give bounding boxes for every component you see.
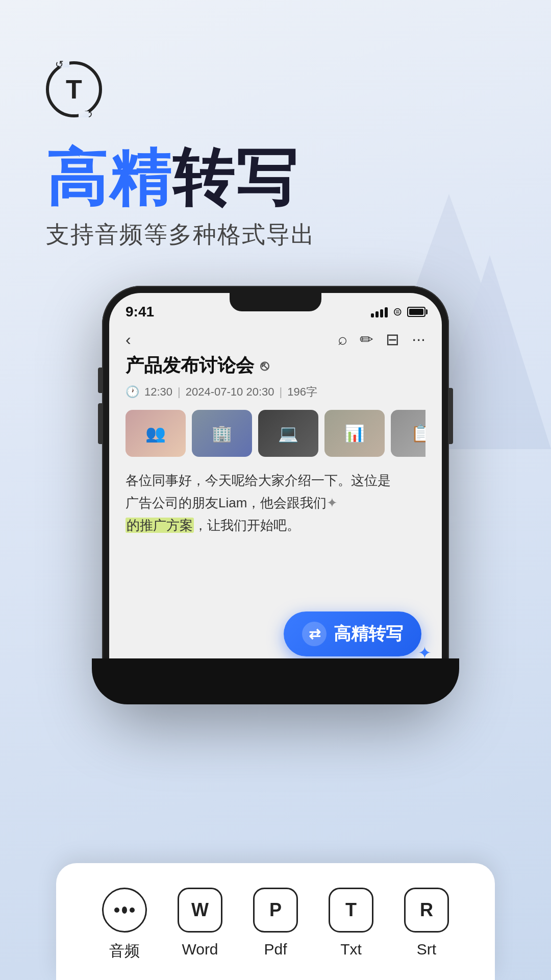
- export-audio[interactable]: 音频: [102, 888, 147, 962]
- battery-icon: [407, 307, 425, 317]
- phone-bottom-bar: [92, 658, 459, 704]
- dot2: [122, 906, 127, 914]
- back-icon[interactable]: ‹: [126, 330, 131, 349]
- hd-button-label: 高精转写: [334, 622, 403, 646]
- export-txt[interactable]: T Txt: [329, 888, 373, 958]
- export-srt[interactable]: R Srt: [404, 888, 449, 958]
- doc-meta: 🕐 12:30 | 2024-07-10 20:30 | 196字: [126, 384, 425, 400]
- arrow-bottom-icon: ↻: [84, 108, 93, 120]
- side-button-right: [449, 388, 453, 444]
- srt-label: Srt: [417, 941, 436, 958]
- phone-screen: 9:41 ⊜ ‹ ⌕: [109, 293, 442, 697]
- phone-notch: [230, 293, 321, 311]
- export-items-row: 音频 W Word P Pdf T Txt R: [87, 888, 464, 962]
- audio-icon-circle: [102, 888, 147, 933]
- document-icon[interactable]: ⊟: [386, 330, 399, 349]
- thumbnail-row: 👥 🏢 💻 📊 📋: [126, 410, 425, 457]
- toolbar-right: ⌕ ✏ ⊟ ···: [338, 330, 425, 349]
- txt-letter: T: [345, 899, 357, 921]
- dot1: [114, 908, 119, 913]
- hd-icon: ⇄: [302, 622, 327, 646]
- doc-title: 产品发布讨论会 ⎋: [126, 353, 425, 378]
- logo-icon: ↺ T ↻: [46, 61, 102, 117]
- doc-content: 产品发布讨论会 ⎋ 🕐 12:30 | 2024-07-10 20:30 | 1…: [109, 353, 442, 537]
- doc-title-text: 产品发布讨论会: [126, 353, 254, 378]
- thumbnail-4: 📊: [324, 410, 385, 457]
- thumb-img-5: 📋: [391, 410, 425, 457]
- thumb-img-4: 📊: [324, 410, 385, 457]
- srt-icon-box: R: [404, 888, 449, 933]
- srt-letter: R: [420, 899, 433, 921]
- doc-time: 12:30: [144, 385, 172, 399]
- subtitle: 支持音频等多种格式导出: [46, 219, 315, 251]
- dot3: [130, 908, 135, 913]
- word-label: Word: [182, 941, 218, 958]
- side-button-left2: [98, 403, 102, 444]
- status-time: 9:41: [126, 304, 154, 320]
- bar1: [371, 313, 374, 317]
- highlighted-text: 的推广方案: [126, 518, 194, 533]
- meta-sep1: |: [178, 385, 181, 399]
- word-icon-box: W: [178, 888, 222, 933]
- more-icon[interactable]: ···: [412, 330, 425, 349]
- pdf-icon-box: P: [253, 888, 298, 933]
- thumb-img-1: 👥: [126, 410, 186, 457]
- phone-outer: 9:41 ⊜ ‹ ⌕: [102, 286, 449, 704]
- phone-toolbar: ‹ ⌕ ✏ ⊟ ···: [109, 326, 442, 353]
- thumbnail-5: 📋: [391, 410, 425, 457]
- export-pdf[interactable]: P Pdf: [253, 888, 298, 958]
- txt-icon-box: T: [329, 888, 373, 933]
- main-headline: 高精转写: [46, 145, 315, 210]
- bar4: [385, 307, 388, 317]
- bar3: [380, 309, 383, 317]
- transcript-text: 各位同事好，今天呢给大家介绍一下。这位是 广告公司的朋友Liam，他会跟我们✦ …: [126, 469, 425, 537]
- logo-area: ↺ T ↻: [46, 61, 102, 117]
- pdf-label: Pdf: [264, 941, 287, 958]
- audio-label: 音频: [109, 941, 140, 962]
- battery-fill: [409, 309, 423, 315]
- hd-transcribe-button[interactable]: ⇄ 高精转写: [284, 611, 421, 656]
- headline-section: 高精转写 支持音频等多种格式导出: [46, 145, 315, 251]
- search-icon[interactable]: ⌕: [338, 330, 347, 349]
- arrow-top-icon: ↺: [55, 58, 64, 70]
- thumbnail-3: 💻: [258, 410, 318, 457]
- export-word[interactable]: W Word: [178, 888, 222, 958]
- headline-black: 转写: [172, 143, 299, 212]
- thumb-img-2: 🏢: [192, 410, 252, 457]
- share-icon[interactable]: ⎋: [260, 358, 269, 374]
- txt-label: Txt: [340, 941, 362, 958]
- wifi-icon: ⊜: [393, 305, 402, 318]
- edit-icon[interactable]: ✏: [360, 330, 373, 349]
- meta-sep2: |: [279, 385, 282, 399]
- doc-date: 2024-07-10 20:30: [186, 385, 274, 399]
- thumbnail-2: 🏢: [192, 410, 252, 457]
- export-panel: 音频 W Word P Pdf T Txt R: [56, 863, 495, 980]
- bar2: [375, 311, 379, 317]
- signal-icon: [371, 306, 388, 317]
- phone-mockup: 9:41 ⊜ ‹ ⌕: [102, 286, 449, 704]
- doc-chars: 196字: [287, 384, 317, 400]
- clock-icon: 🕐: [126, 385, 139, 399]
- headline-blue: 高精: [46, 143, 172, 212]
- thumb-img-3: 💻: [258, 410, 318, 457]
- word-letter: W: [191, 899, 209, 921]
- status-icons: ⊜: [371, 305, 425, 318]
- logo-letter: T: [66, 76, 82, 103]
- audio-dots: [114, 906, 135, 914]
- thumbnail-1: 👥: [126, 410, 186, 457]
- side-button-left1: [98, 368, 102, 393]
- pdf-letter: P: [269, 899, 282, 921]
